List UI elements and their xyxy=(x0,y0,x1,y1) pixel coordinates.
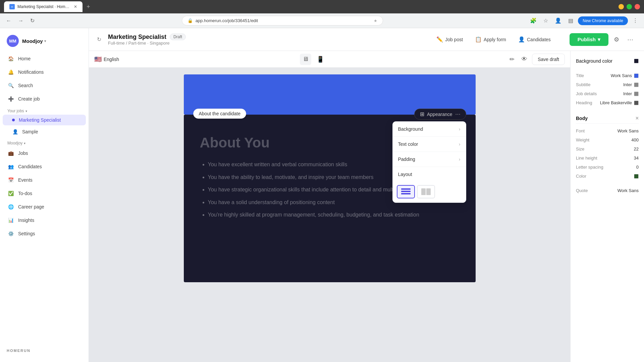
your-jobs-section: Your jobs ▾ xyxy=(3,106,86,115)
header-more-button[interactable]: ⋯ xyxy=(625,33,636,46)
sidebar-item-create-job[interactable]: ➕ Create job xyxy=(3,93,86,105)
maximize-button[interactable] xyxy=(627,4,632,9)
browser-tab[interactable]: H Marketing Specialist · Homerun ✕ xyxy=(4,1,83,12)
svg-rect-0 xyxy=(401,188,411,190)
layout-two-column-button[interactable] xyxy=(417,185,435,198)
homerun-logo: HOMERUN xyxy=(7,349,82,353)
job-meta: Full-time / Part-time · Singapore xyxy=(108,41,186,46)
tab-candidates[interactable]: 👤 Candidates xyxy=(513,34,556,45)
chevron-right-2-icon: › xyxy=(459,141,461,147)
line-height-value: 34 xyxy=(634,156,639,161)
dropdown-layout-label: Layout xyxy=(393,167,466,182)
sidebar-item-career-page[interactable]: 🌐 Career page xyxy=(3,200,86,213)
language-selector[interactable]: 🇺🇸 English xyxy=(94,56,119,63)
layout-options xyxy=(393,182,466,202)
company-name[interactable]: Moodjoy ▾ xyxy=(22,38,46,44)
home-icon: 🏠 xyxy=(7,55,14,62)
back-button[interactable]: ← xyxy=(4,16,13,26)
body-close-button[interactable]: × xyxy=(636,115,639,121)
minimize-button[interactable] xyxy=(619,4,624,9)
editor-toolbar: 🇺🇸 English 🖥 📱 ✏ 👁 Save draft xyxy=(89,51,570,68)
view-toggle: 🖥 📱 xyxy=(300,54,327,65)
sidebar-item-insights[interactable]: 📊 Insights xyxy=(3,214,86,227)
settings-icon: ⚙️ xyxy=(7,230,14,237)
title-label: Title xyxy=(576,73,584,78)
edit-mode-button[interactable]: ✏ xyxy=(507,54,517,65)
sidebar-header: MM Moodjoy ▾ xyxy=(0,34,89,52)
letter-spacing-label: Letter spacing xyxy=(576,165,603,170)
refresh-button[interactable]: ↻ xyxy=(28,15,37,26)
forward-button[interactable]: → xyxy=(16,16,25,26)
desktop-view-button[interactable]: 🖥 xyxy=(300,54,311,65)
quote-section: Quote Work Sans xyxy=(576,186,639,195)
dropdown-padding[interactable]: Padding › xyxy=(393,152,466,167)
appearance-button[interactable]: ⊞ Appearance ⋯ xyxy=(414,109,466,120)
sidebar-item-todos[interactable]: ✅ To-dos xyxy=(3,187,86,200)
tab-apply-form[interactable]: 📋 Apply form xyxy=(470,34,512,45)
sidebar-item-sample[interactable]: 👤 Sample xyxy=(3,126,86,137)
heading-color-swatch[interactable] xyxy=(634,101,639,105)
sync-icon[interactable]: ↻ xyxy=(97,36,101,43)
header-settings-button[interactable]: ⚙ xyxy=(611,33,622,46)
body-section: Body × Font Work Sans Weight 400 Size xyxy=(576,113,639,181)
tab-close-btn[interactable]: ✕ xyxy=(74,4,77,9)
layout-single-column-button[interactable] xyxy=(397,185,415,198)
close-button[interactable] xyxy=(635,4,640,9)
subtitle-font-value: Inter xyxy=(623,82,639,87)
sidebar-item-notifications[interactable]: 🔔 Notifications xyxy=(3,66,86,78)
new-chrome-banner[interactable]: New Chrome available xyxy=(578,16,628,25)
sidebar-toggle-icon[interactable]: ▤ xyxy=(566,15,575,26)
url-display: app.homerun.co/job/336451/edit xyxy=(196,18,371,23)
tab-title: Marketing Specialist · Homerun xyxy=(17,4,71,9)
subtitle-color-swatch[interactable] xyxy=(634,82,639,87)
new-tab-button[interactable]: + xyxy=(87,3,90,10)
app-header: ↻ Marketing Specialist Draft Full-time /… xyxy=(89,28,644,51)
jobs-icon: 💼 xyxy=(7,150,14,157)
editor-canvas[interactable]: About the candidate ⊞ Appearance ⋯ Bac xyxy=(89,68,570,362)
address-bar[interactable]: 🔒 app.homerun.co/job/336451/edit ★ xyxy=(182,16,383,25)
bookmark-icon[interactable]: ☆ xyxy=(541,15,550,26)
dropdown-background[interactable]: Background › xyxy=(393,122,466,136)
sidebar-item-candidates[interactable]: 👥 Candidates xyxy=(3,160,86,173)
job-title-section: Marketing Specialist Draft Full-time / P… xyxy=(108,34,186,46)
header-actions: Publish ▾ ⚙ ⋯ xyxy=(570,33,636,46)
avatar: MM xyxy=(7,35,19,47)
sidebar-item-home[interactable]: 🏠 Home xyxy=(3,52,86,65)
menu-icon[interactable]: ⋮ xyxy=(631,15,640,26)
sidebar-item-settings[interactable]: ⚙️ Settings xyxy=(3,227,86,240)
right-panel: Background color Title Work Sans xyxy=(570,51,644,362)
save-draft-button[interactable]: Save draft xyxy=(532,54,565,65)
sidebar-item-events[interactable]: 📅 Events xyxy=(3,174,86,186)
create-job-icon: ➕ xyxy=(7,96,14,102)
title-color-swatch[interactable] xyxy=(634,73,639,78)
extension-icon[interactable]: 🧩 xyxy=(528,15,539,26)
color-label: Color xyxy=(576,174,586,179)
search-icon: 🔍 xyxy=(7,82,14,89)
tab-job-post[interactable]: ✏️ Job post xyxy=(431,34,468,45)
body-color-swatch[interactable] xyxy=(634,174,639,179)
preview-mode-button[interactable]: 👁 xyxy=(519,54,529,65)
list-item: You're highly skilled at program managem… xyxy=(208,210,460,219)
svg-rect-1 xyxy=(401,191,411,192)
editor-container: 🇺🇸 English 🖥 📱 ✏ 👁 Save draft xyxy=(89,51,644,362)
publish-button[interactable]: Publish ▾ xyxy=(570,33,608,46)
title-font-value: Work Sans xyxy=(611,73,639,78)
layout-buttons xyxy=(397,185,462,198)
main-content: ↻ Marketing Specialist Draft Full-time /… xyxy=(89,28,644,362)
dropdown-text-color[interactable]: Text color › xyxy=(393,137,466,152)
about-candidate-button[interactable]: About the candidate xyxy=(193,109,247,119)
sidebar-item-search[interactable]: 🔍 Search xyxy=(3,79,86,92)
sidebar-item-jobs[interactable]: 💼 Jobs xyxy=(3,147,86,160)
job-details-font-value: Inter xyxy=(623,91,639,96)
sidebar-navigation: 🏠 Home 🔔 Notifications 🔍 Search ➕ Create… xyxy=(0,52,89,345)
svg-rect-4 xyxy=(426,188,431,195)
job-details-color-swatch[interactable] xyxy=(634,92,639,96)
profile-icon[interactable]: 👤 xyxy=(553,15,564,26)
body-section-title: Body × xyxy=(576,113,639,124)
background-color-swatch[interactable] xyxy=(634,59,639,63)
job-post-icon: ✏️ xyxy=(436,36,443,43)
sidebar-item-marketing-specialist[interactable]: Marketing Specialist xyxy=(3,115,86,125)
moodjoy-chevron-icon: ▾ xyxy=(24,141,25,145)
mobile-view-button[interactable]: 📱 xyxy=(314,54,327,65)
sidebar: MM Moodjoy ▾ 🏠 Home 🔔 Notifications 🔍 S xyxy=(0,28,89,362)
